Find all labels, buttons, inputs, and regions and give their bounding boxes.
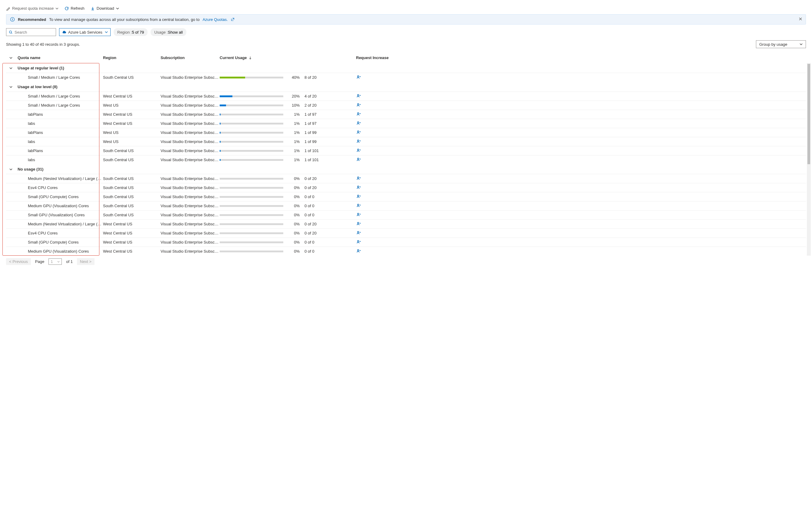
page-select[interactable]: 1 [49, 258, 62, 265]
table-row[interactable]: labsWest Central USVisual Studio Enterpr… [6, 119, 806, 128]
download-icon [91, 6, 95, 10]
table-row[interactable]: Small (GPU Compute) CoresWest Central US… [6, 237, 806, 247]
cell-subscription: Visual Studio Enterprise Subscri… [161, 139, 220, 144]
cell-count: 1 of 99 [304, 130, 356, 135]
scrollbar-thumb[interactable] [808, 64, 810, 164]
usage-percent: 0% [286, 195, 300, 199]
table-row[interactable]: Small GPU (Visualization) CoresSouth Cen… [6, 210, 806, 219]
cell-subscription: Visual Studio Enterprise Subscri… [161, 195, 220, 199]
person-add-icon [356, 94, 361, 98]
table-row[interactable]: Medium (Nested Virtualization) / Large (… [6, 219, 806, 228]
cell-quota-name: labs [16, 157, 103, 162]
column-header-usage[interactable]: Current Usage [220, 55, 304, 60]
records-summary: Showing 1 to 40 of 40 records in 3 group… [6, 42, 80, 47]
request-increase-button[interactable] [356, 121, 393, 126]
cell-quota-name: Medium (Nested Virtualization) / Large (… [16, 222, 103, 226]
group-row[interactable]: Usage at regular level (1) [6, 63, 806, 73]
group-by-dropdown[interactable]: Group by usage [756, 40, 806, 48]
column-header-name[interactable]: Quota name [16, 55, 103, 60]
table-row[interactable]: Small / Medium / Large CoresWest USVisua… [6, 100, 806, 110]
banner-close-button[interactable] [799, 17, 803, 22]
column-header-request[interactable]: Request Increase [356, 55, 393, 60]
usage-percent: 1% [286, 112, 300, 117]
request-increase-button[interactable] [356, 249, 393, 254]
table-row[interactable]: Medium GPU (Visualization) CoresWest Cen… [6, 247, 806, 256]
table-row[interactable]: Esv4 CPU CoresSouth Central USVisual Stu… [6, 183, 806, 192]
table-row[interactable]: labPlansWest USVisual Studio Enterprise … [6, 128, 806, 137]
table-row[interactable]: labsSouth Central USVisual Studio Enterp… [6, 155, 806, 164]
usage-filter-pill[interactable]: Usage : Show all [151, 28, 186, 36]
cell-subscription: Visual Studio Enterprise Subscri… [161, 121, 220, 126]
chevron-down-icon [57, 260, 60, 263]
cell-subscription: Visual Studio Enterprise Subscri… [161, 204, 220, 208]
usage-percent: 40% [286, 75, 300, 80]
request-increase-button[interactable] [356, 176, 393, 181]
provider-dropdown[interactable]: Azure Lab Services [59, 28, 111, 36]
request-quota-increase-button[interactable]: Request quota increase [6, 6, 58, 10]
usage-percent: 0% [286, 213, 300, 217]
cell-region: South Central US [103, 176, 161, 181]
cell-quota-name: labs [16, 139, 103, 144]
banner-title: Recommended [18, 17, 46, 22]
cell-region: West Central US [103, 231, 161, 235]
next-page-button[interactable]: Next > [77, 258, 94, 265]
search-icon [9, 30, 13, 34]
table-row[interactable]: Medium (Nested Virtualization) / Large (… [6, 174, 806, 183]
previous-page-button[interactable]: < Previous [6, 258, 31, 265]
column-header-region[interactable]: Region [103, 55, 161, 60]
column-header-subscription[interactable]: Subscription [161, 55, 220, 60]
search-box[interactable] [6, 28, 56, 36]
request-increase-button[interactable] [356, 112, 393, 117]
request-increase-button[interactable] [356, 240, 393, 245]
cell-count: 0 of 20 [304, 176, 356, 181]
download-button[interactable]: Download [91, 6, 119, 10]
request-increase-button[interactable] [356, 103, 393, 108]
usage-percent: 0% [286, 249, 300, 254]
request-increase-button[interactable] [356, 212, 393, 218]
request-increase-button[interactable] [356, 194, 393, 199]
cell-subscription: Visual Studio Enterprise Subscri… [161, 185, 220, 190]
table-row[interactable]: Small / Medium / Large CoresSouth Centra… [6, 73, 806, 82]
cell-usage: 1% [220, 148, 304, 153]
cell-subscription: Visual Studio Enterprise Subscri… [161, 148, 220, 153]
table-row[interactable]: Small / Medium / Large CoresWest Central… [6, 91, 806, 100]
request-increase-button[interactable] [356, 94, 393, 99]
request-increase-button[interactable] [356, 222, 393, 227]
request-increase-button[interactable] [356, 231, 393, 236]
group-row[interactable]: No usage (31) [6, 164, 806, 174]
request-increase-button[interactable] [356, 130, 393, 135]
usage-bar [220, 123, 283, 124]
refresh-button[interactable]: Refresh [64, 6, 85, 10]
cell-region: South Central US [103, 195, 161, 199]
group-row[interactable]: Usage at low level (8) [6, 82, 806, 91]
refresh-icon [64, 6, 69, 10]
request-increase-button[interactable] [356, 203, 393, 208]
request-increase-button[interactable] [356, 139, 393, 144]
cell-subscription: Visual Studio Enterprise Subscri… [161, 75, 220, 80]
table-row[interactable]: labsWest USVisual Studio Enterprise Subs… [6, 137, 806, 146]
table-row[interactable]: labPlansWest Central USVisual Studio Ent… [6, 110, 806, 119]
region-filter-value: 5 of 79 [132, 30, 144, 34]
expand-all-toggle[interactable] [6, 56, 16, 59]
search-input[interactable] [14, 30, 53, 34]
cell-usage: 0% [220, 185, 304, 190]
usage-percent: 20% [286, 94, 300, 98]
usage-bar [220, 114, 283, 115]
table-row[interactable]: Medium GPU (Visualization) CoresSouth Ce… [6, 201, 806, 210]
cell-region: West Central US [103, 121, 161, 126]
request-increase-button[interactable] [356, 185, 393, 190]
scrollbar[interactable] [807, 63, 811, 256]
table-row[interactable]: labPlansSouth Central USVisual Studio En… [6, 146, 806, 155]
request-increase-button[interactable] [356, 157, 393, 162]
column-header-usage-label: Current Usage [220, 55, 247, 60]
cell-count: 0 of 0 [304, 204, 356, 208]
azure-quotas-link[interactable]: Azure Quotas. [203, 17, 228, 22]
table-row[interactable]: Small (GPU Compute) CoresSouth Central U… [6, 192, 806, 201]
person-add-icon [356, 157, 361, 162]
usage-bar [220, 178, 283, 180]
cell-quota-name: Medium GPU (Visualization) Cores [16, 249, 103, 254]
request-increase-button[interactable] [356, 75, 393, 80]
table-row[interactable]: Esv4 CPU CoresWest Central USVisual Stud… [6, 228, 806, 237]
region-filter-pill[interactable]: Region : 5 of 79 [114, 28, 148, 36]
request-increase-button[interactable] [356, 148, 393, 153]
